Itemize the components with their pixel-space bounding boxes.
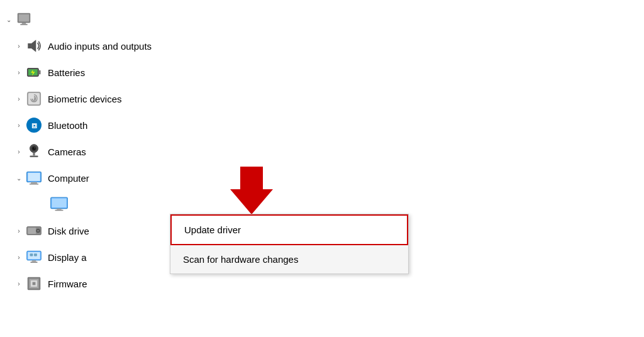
svg-rect-17 bbox=[30, 156, 38, 157]
svg-rect-19 bbox=[28, 173, 40, 181]
device-manager: ⌄ › Audio inputs and bbox=[0, 0, 644, 337]
svg-rect-2 bbox=[22, 23, 26, 24]
tree-item-bluetooth[interactable]: › ⧈ Bluetooth bbox=[0, 112, 644, 138]
tree-item-computer[interactable]: ⌄ Computer bbox=[0, 165, 644, 191]
disk-expand-arrow[interactable]: › bbox=[13, 228, 25, 235]
batteries-label: Batteries bbox=[48, 67, 85, 78]
svg-rect-27 bbox=[28, 228, 36, 234]
svg-rect-20 bbox=[31, 182, 37, 184]
context-menu-item-scan-hardware[interactable]: Scan for hardware changes bbox=[170, 245, 408, 273]
disk-icon bbox=[25, 222, 43, 240]
svg-point-14 bbox=[33, 147, 36, 150]
svg-rect-1 bbox=[19, 14, 29, 21]
bluetooth-expand-arrow[interactable]: › bbox=[13, 122, 25, 129]
biometric-expand-arrow[interactable]: › bbox=[13, 96, 25, 102]
cameras-expand-arrow[interactable]: › bbox=[13, 148, 25, 155]
svg-rect-24 bbox=[57, 209, 61, 210]
scan-hardware-label: Scan for hardware changes bbox=[183, 254, 298, 265]
computer-icon bbox=[25, 169, 43, 187]
computer-expand-arrow[interactable]: ⌄ bbox=[13, 175, 25, 182]
display-expand-arrow[interactable]: › bbox=[13, 254, 25, 261]
firmware-label: Firmware bbox=[48, 279, 87, 289]
computer-sub-expand-arrow bbox=[38, 201, 50, 208]
root-expand-arrow[interactable]: ⌄ bbox=[3, 16, 15, 23]
tree-item-batteries[interactable]: › Batteries bbox=[0, 59, 644, 86]
display-icon bbox=[25, 248, 43, 266]
svg-rect-33 bbox=[30, 262, 37, 263]
computer-label: Computer bbox=[48, 173, 89, 184]
svg-rect-25 bbox=[55, 210, 63, 211]
batteries-expand-arrow[interactable]: › bbox=[13, 69, 25, 76]
tree-item-firmware[interactable]: › Firmware bbox=[0, 270, 644, 297]
tree-item-audio[interactable]: › Audio inputs and outputs bbox=[0, 33, 644, 59]
bluetooth-label: Bluetooth bbox=[48, 120, 87, 131]
tree-item-biometric[interactable]: › Biometric devices bbox=[0, 86, 644, 112]
svg-marker-5 bbox=[31, 40, 36, 52]
svg-rect-3 bbox=[20, 24, 27, 25]
svg-rect-23 bbox=[52, 198, 67, 207]
audio-expand-arrow[interactable]: › bbox=[13, 43, 25, 50]
svg-rect-8 bbox=[38, 70, 40, 75]
svg-rect-16 bbox=[33, 153, 35, 156]
disk-label: Disk drive bbox=[48, 226, 89, 236]
display-label: Display a bbox=[48, 252, 87, 263]
bluetooth-icon: ⧈ bbox=[25, 116, 43, 134]
svg-rect-35 bbox=[34, 253, 37, 256]
arrow-head bbox=[230, 189, 273, 214]
update-driver-label: Update driver bbox=[184, 224, 241, 235]
svg-point-29 bbox=[37, 230, 38, 231]
root-computer-icon bbox=[15, 11, 33, 28]
svg-point-15 bbox=[34, 148, 35, 149]
svg-rect-32 bbox=[32, 260, 36, 262]
update-driver-border: Update driver bbox=[170, 214, 408, 245]
tree-root-item[interactable]: ⌄ bbox=[0, 6, 644, 33]
svg-rect-39 bbox=[33, 282, 36, 285]
audio-label: Audio inputs and outputs bbox=[48, 41, 152, 52]
cameras-icon bbox=[25, 143, 43, 160]
biometric-icon bbox=[25, 90, 43, 108]
computer-sub-icon bbox=[50, 196, 68, 213]
svg-rect-34 bbox=[30, 253, 33, 256]
tree-item-cameras[interactable]: › Cameras bbox=[0, 138, 644, 165]
bluetooth-circle-icon: ⧈ bbox=[26, 118, 42, 133]
firmware-expand-arrow[interactable]: › bbox=[13, 280, 25, 287]
audio-icon bbox=[25, 37, 43, 55]
arrow-shaft bbox=[240, 167, 263, 191]
svg-rect-21 bbox=[30, 184, 39, 185]
batteries-icon bbox=[25, 64, 43, 81]
context-menu: Update driver Scan for hardware changes bbox=[170, 214, 409, 274]
biometric-label: Biometric devices bbox=[48, 94, 122, 104]
cameras-label: Cameras bbox=[48, 146, 86, 157]
svg-rect-4 bbox=[28, 43, 31, 48]
firmware-icon bbox=[25, 275, 43, 292]
context-menu-item-update-driver[interactable]: Update driver bbox=[172, 216, 407, 244]
